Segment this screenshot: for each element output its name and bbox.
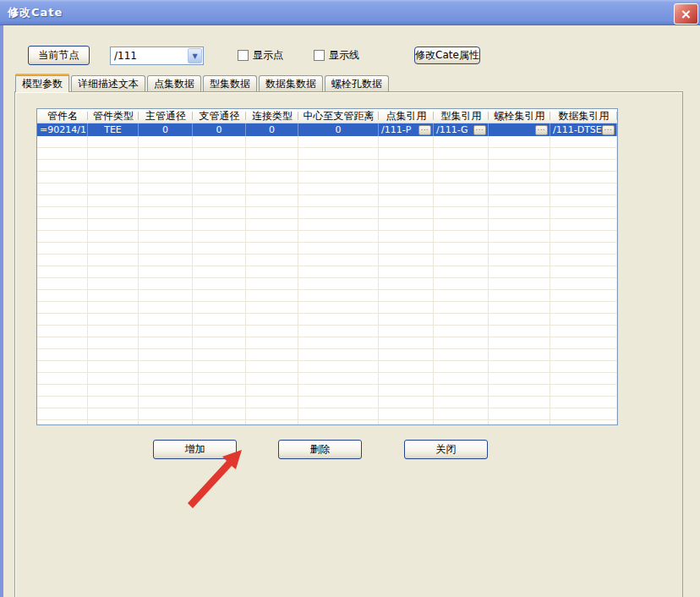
column-header[interactable]: 管件类型: [88, 109, 139, 123]
chevron-down-icon[interactable]: ▼: [188, 48, 202, 63]
empty-cell: [550, 314, 617, 326]
tab-point-set-data[interactable]: 点集数据: [147, 75, 201, 91]
empty-table-row[interactable]: [37, 136, 617, 148]
table-cell: /111-P...: [379, 123, 434, 136]
empty-cell: [550, 408, 617, 420]
browse-ellipsis-button[interactable]: ...: [473, 125, 486, 135]
close-button[interactable]: ×: [674, 3, 698, 25]
empty-table-row[interactable]: [37, 408, 617, 420]
empty-table-row[interactable]: [37, 349, 617, 361]
empty-cell: [434, 290, 489, 302]
tab-bolt-hole-data[interactable]: 螺栓孔数据: [325, 75, 389, 91]
column-header[interactable]: 数据集引用: [550, 109, 617, 123]
empty-cell: [37, 278, 88, 290]
empty-table-row[interactable]: [37, 172, 617, 183]
empty-cell: [434, 373, 489, 385]
empty-table-row[interactable]: [37, 207, 617, 219]
empty-cell: [246, 278, 298, 290]
column-header[interactable]: 连接类型: [246, 109, 298, 123]
empty-cell: [550, 183, 617, 195]
empty-table-row[interactable]: [37, 183, 617, 195]
node-combobox[interactable]: /111 ▼: [110, 47, 204, 65]
column-header[interactable]: 螺栓集引用: [489, 109, 550, 123]
empty-cell: [434, 397, 489, 408]
empty-cell: [88, 314, 139, 326]
empty-table-row[interactable]: [37, 148, 617, 160]
empty-cell: [246, 231, 298, 243]
empty-table-row[interactable]: [37, 243, 617, 255]
empty-cell: [37, 361, 88, 373]
empty-cell: [434, 231, 489, 243]
empty-table-row[interactable]: [37, 266, 617, 278]
empty-cell: [193, 302, 246, 314]
empty-cell: [550, 207, 617, 219]
empty-table-row[interactable]: [37, 361, 617, 373]
checkbox-icon[interactable]: [238, 50, 249, 61]
empty-cell: [88, 172, 139, 183]
table-row[interactable]: =90214/1TEE0000/111-P.../111-G....../111…: [37, 123, 617, 136]
empty-cell: [298, 195, 379, 207]
empty-cell: [434, 314, 489, 326]
empty-cell: [193, 397, 246, 408]
empty-cell: [489, 361, 550, 373]
empty-table-row[interactable]: [37, 290, 617, 302]
column-header[interactable]: 中心至支管距离: [298, 109, 379, 123]
empty-cell: [434, 160, 489, 172]
empty-cell: [139, 136, 193, 148]
empty-cell: [139, 385, 193, 397]
empty-table-row[interactable]: [37, 373, 617, 385]
add-button[interactable]: 增加: [153, 440, 237, 459]
browse-ellipsis-button[interactable]: ...: [602, 125, 615, 135]
empty-cell: [246, 397, 298, 408]
empty-table-row[interactable]: [37, 195, 617, 207]
title-bar[interactable]: 修改Cate ×: [0, 0, 700, 25]
tab-model-parameters[interactable]: 模型参数: [15, 74, 69, 92]
tab-detailed-description-text[interactable]: 详细描述文本: [71, 75, 145, 91]
empty-table-row[interactable]: [37, 302, 617, 314]
empty-cell: [379, 373, 434, 385]
empty-table-row[interactable]: [37, 420, 617, 425]
empty-table-row[interactable]: [37, 219, 617, 231]
empty-cell: [139, 373, 193, 385]
empty-cell: [193, 408, 246, 420]
empty-table-row[interactable]: [37, 314, 617, 326]
show-points-checkbox[interactable]: 显示点: [238, 48, 283, 63]
empty-table-row[interactable]: [37, 231, 617, 243]
column-header[interactable]: 型集引用: [434, 109, 489, 123]
empty-table-row[interactable]: [37, 160, 617, 172]
empty-table-row[interactable]: [37, 397, 617, 408]
column-header[interactable]: 主管通径: [139, 109, 193, 123]
empty-cell: [246, 314, 298, 326]
empty-cell: [550, 420, 617, 425]
empty-table-row[interactable]: [37, 278, 617, 290]
empty-cell: [88, 183, 139, 195]
column-header[interactable]: 支管通径: [193, 109, 246, 123]
tab-type-set-data[interactable]: 型集数据: [203, 75, 257, 91]
empty-cell: [88, 349, 139, 361]
tab-data-set-data[interactable]: 数据集数据: [259, 75, 323, 91]
close-button[interactable]: 关闭: [404, 440, 488, 459]
column-header[interactable]: 管件名: [37, 109, 88, 123]
empty-cell: [88, 207, 139, 219]
empty-cell: [193, 195, 246, 207]
modify-cate-properties-button[interactable]: 修改Cate属性: [414, 47, 480, 64]
empty-table-row[interactable]: [37, 337, 617, 349]
current-node-button[interactable]: 当前节点: [28, 46, 90, 65]
tab-bar: 模型参数详细描述文本点集数据型集数据数据集数据螺栓孔数据: [15, 74, 391, 91]
empty-table-row[interactable]: [37, 255, 617, 266]
empty-cell: [298, 278, 379, 290]
empty-table-row[interactable]: [37, 385, 617, 397]
empty-cell: [139, 278, 193, 290]
browse-ellipsis-button[interactable]: ...: [418, 125, 431, 135]
empty-cell: [489, 207, 550, 219]
empty-cell: [193, 160, 246, 172]
window-title: 修改Cate: [8, 0, 63, 25]
delete-button[interactable]: 删除: [278, 440, 362, 459]
empty-table-row[interactable]: [37, 326, 617, 337]
empty-cell: [139, 183, 193, 195]
show-lines-checkbox[interactable]: 显示线: [314, 48, 359, 63]
checkbox-icon[interactable]: [314, 50, 325, 61]
empty-cell: [489, 337, 550, 349]
column-header[interactable]: 点集引用: [379, 109, 434, 123]
browse-ellipsis-button[interactable]: ...: [535, 125, 548, 135]
